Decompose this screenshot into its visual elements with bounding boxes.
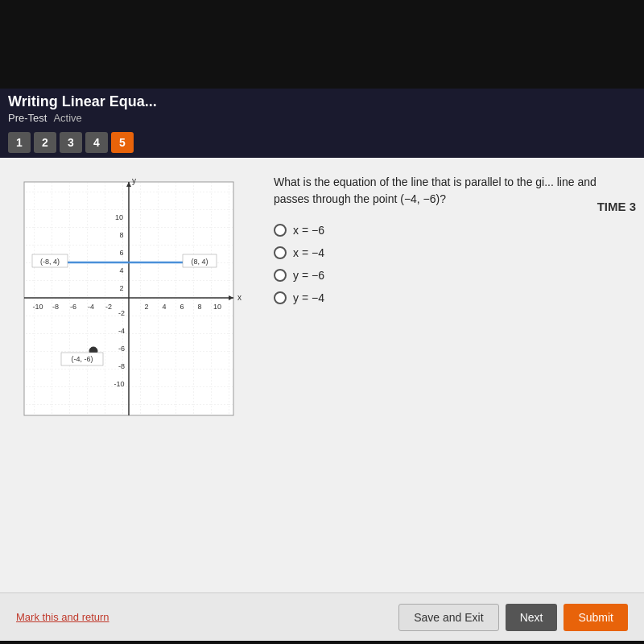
svg-text:2: 2 bbox=[119, 284, 123, 292]
svg-text:-4: -4 bbox=[88, 303, 94, 311]
question-text: What is the equation of the line that is… bbox=[274, 174, 628, 208]
svg-text:y: y bbox=[132, 176, 136, 185]
svg-text:8: 8 bbox=[119, 231, 123, 239]
content-area: -10 -8 -6 -4 -2 2 4 6 8 10 x 10 8 6 4 2 … bbox=[0, 158, 644, 464]
svg-text:-6: -6 bbox=[70, 303, 76, 311]
svg-text:-2: -2 bbox=[118, 309, 125, 317]
option-row-3[interactable]: y = −6 bbox=[274, 269, 628, 282]
option-label-3: y = −6 bbox=[293, 269, 324, 282]
svg-text:-6: -6 bbox=[118, 345, 125, 353]
option-row-4[interactable]: y = −4 bbox=[274, 291, 628, 304]
active-label: Active bbox=[53, 112, 81, 124]
option-row-2[interactable]: x = −4 bbox=[274, 246, 628, 259]
tab-4[interactable]: 4 bbox=[85, 132, 108, 153]
option-label-4: y = −4 bbox=[293, 291, 324, 304]
svg-text:10: 10 bbox=[115, 213, 123, 221]
svg-text:-2: -2 bbox=[105, 303, 112, 311]
svg-text:-10: -10 bbox=[32, 303, 43, 311]
tab-5[interactable]: 5 bbox=[111, 132, 134, 153]
svg-text:8: 8 bbox=[197, 303, 201, 311]
tabs-row: 1 2 3 4 5 bbox=[0, 127, 644, 158]
save-exit-button[interactable]: Save and Exit bbox=[398, 604, 498, 631]
next-button[interactable]: Next bbox=[506, 604, 558, 631]
radio-option-4[interactable] bbox=[274, 291, 287, 304]
bottom-buttons: Save and Exit Next Submit bbox=[398, 604, 628, 631]
timer-value: 3 bbox=[630, 200, 636, 213]
svg-text:(-8, 4): (-8, 4) bbox=[40, 258, 60, 266]
svg-text:4: 4 bbox=[119, 266, 123, 275]
svg-text:(-4, -6): (-4, -6) bbox=[72, 355, 93, 363]
bottom-bar: Mark this and return Save and Exit Next … bbox=[0, 592, 644, 641]
mark-return-link[interactable]: Mark this and return bbox=[16, 611, 109, 623]
tab-1[interactable]: 1 bbox=[8, 132, 31, 153]
svg-text:-8: -8 bbox=[118, 362, 125, 370]
svg-text:6: 6 bbox=[180, 303, 184, 311]
graph-container: -10 -8 -6 -4 -2 2 4 6 8 10 x 10 8 6 4 2 … bbox=[16, 174, 250, 448]
pretest-label: Pre-Test bbox=[8, 112, 47, 124]
timer-label: TIME bbox=[597, 200, 626, 213]
tab-3[interactable]: 3 bbox=[60, 132, 82, 153]
submit-button[interactable]: Submit bbox=[564, 604, 628, 631]
svg-text:10: 10 bbox=[213, 303, 221, 311]
svg-text:4: 4 bbox=[162, 303, 166, 311]
radio-option-2[interactable] bbox=[274, 246, 287, 259]
radio-option-1[interactable] bbox=[274, 224, 287, 237]
bottom-black-bar bbox=[0, 641, 644, 644]
option-label-2: x = −4 bbox=[293, 246, 324, 259]
svg-text:2: 2 bbox=[144, 303, 148, 311]
option-row-1[interactable]: x = −6 bbox=[274, 224, 628, 237]
header-subtitle: Pre-Test Active bbox=[8, 112, 636, 124]
svg-text:x: x bbox=[237, 293, 242, 302]
tab-2[interactable]: 2 bbox=[34, 132, 56, 153]
svg-text:-10: -10 bbox=[114, 380, 124, 388]
svg-text:-8: -8 bbox=[52, 303, 59, 311]
timer-area: TIME 3 bbox=[597, 200, 636, 213]
question-area: What is the equation of the line that is… bbox=[274, 174, 628, 448]
page-title: Writing Linear Equa... bbox=[8, 93, 636, 110]
svg-text:(8, 4): (8, 4) bbox=[191, 258, 208, 266]
radio-option-3[interactable] bbox=[274, 269, 287, 282]
svg-text:-4: -4 bbox=[118, 327, 125, 335]
option-label-1: x = −6 bbox=[293, 224, 324, 237]
coordinate-graph: -10 -8 -6 -4 -2 2 4 6 8 10 x 10 8 6 4 2 … bbox=[16, 174, 242, 431]
svg-text:6: 6 bbox=[119, 249, 123, 257]
header-bar: Writing Linear Equa... Pre-Test Active bbox=[0, 89, 644, 127]
main-content: TIME 3 bbox=[0, 158, 644, 641]
